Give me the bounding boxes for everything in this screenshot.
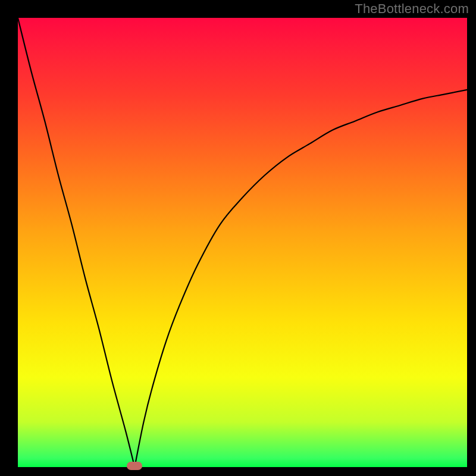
watermark-text: TheBottleneck.com [355,1,469,17]
chart-frame: TheBottleneck.com [0,0,476,476]
bottleneck-curve [18,18,467,472]
trough-marker [127,462,142,470]
plot-area [18,18,467,467]
curve-svg [18,18,467,467]
